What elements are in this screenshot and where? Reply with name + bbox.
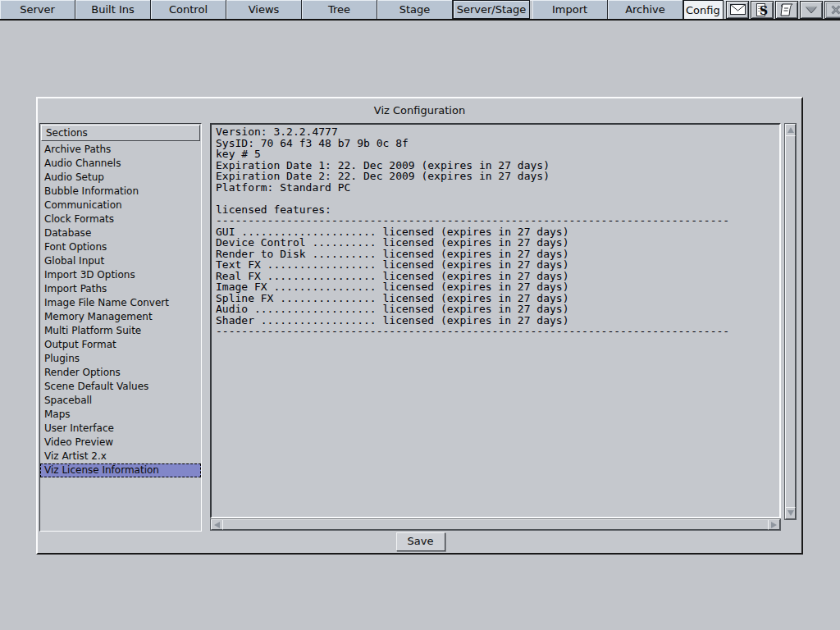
section-item-clock-formats[interactable]: Clock Formats <box>40 212 201 226</box>
arrow-right-icon <box>771 522 777 528</box>
mail-icon <box>730 4 746 15</box>
scroll-left-button[interactable] <box>211 519 223 530</box>
tab-config[interactable]: Config <box>683 0 724 19</box>
minimize-button[interactable] <box>800 1 823 19</box>
arrow-up-icon <box>788 127 794 133</box>
tab-server-stage[interactable]: Server/Stage <box>453 0 530 19</box>
license-text-area: Version: 3.2.2.4777 SysID: 70 64 f3 48 b… <box>210 123 781 518</box>
sections-list: Archive PathsAudio ChannelsAudio SetupBu… <box>40 143 201 477</box>
vertical-scrollbar-thumb[interactable] <box>785 135 796 508</box>
tab-control[interactable]: Control <box>151 0 226 19</box>
tab-tree[interactable]: Tree <box>302 0 377 19</box>
section-item-maps[interactable]: Maps <box>40 408 201 422</box>
section-item-multi-platform-suite[interactable]: Multi Platform Suite <box>40 324 201 338</box>
save-button[interactable]: Save <box>396 532 445 551</box>
arrow-left-icon <box>214 522 220 528</box>
tab-import[interactable]: Import <box>532 0 608 19</box>
license-info-panel: Version: 3.2.2.4777 SysID: 70 64 f3 48 b… <box>210 123 796 530</box>
tab-server[interactable]: Server <box>0 0 75 19</box>
section-item-output-format[interactable]: Output Format <box>40 338 201 352</box>
window-buttons: S <box>726 0 840 19</box>
section-item-database[interactable]: Database <box>40 226 201 240</box>
section-item-viz-license-information[interactable]: Viz License Information <box>40 463 201 477</box>
menu-tabs: ServerBuilt InsControlViewsTreeStageServ… <box>0 0 724 19</box>
mail-button[interactable] <box>726 1 749 19</box>
section-item-import-paths[interactable]: Import Paths <box>40 282 201 296</box>
horizontal-scrollbar[interactable] <box>210 518 781 531</box>
scroll-up-button[interactable] <box>785 124 796 136</box>
horizontal-scrollbar-thumb[interactable] <box>222 519 769 530</box>
scroll-down-button[interactable] <box>785 507 796 519</box>
viz-configuration-window: Viz Configuration Sections Archive Paths… <box>36 97 803 555</box>
section-item-image-file-name-convert[interactable]: Image File Name Convert <box>40 296 201 310</box>
window-title: Viz Configuration <box>38 104 801 116</box>
section-item-spaceball[interactable]: Spaceball <box>40 394 201 408</box>
tab-stage[interactable]: Stage <box>377 0 453 19</box>
scroll-icon <box>779 3 794 16</box>
section-item-audio-setup[interactable]: Audio Setup <box>40 171 201 185</box>
sections-panel: Sections Archive PathsAudio ChannelsAudi… <box>39 123 202 532</box>
section-item-render-options[interactable]: Render Options <box>40 366 201 380</box>
tab-archive[interactable]: Archive <box>608 0 683 19</box>
scroll-button[interactable] <box>775 1 798 19</box>
section-item-plugins[interactable]: Plugins <box>40 352 201 366</box>
section-item-viz-artist-2-x[interactable]: Viz Artist 2.x <box>40 450 201 463</box>
scroll-right-button[interactable] <box>768 519 780 530</box>
script-icon: S <box>755 3 769 16</box>
section-item-scene-default-values[interactable]: Scene Default Values <box>40 380 201 394</box>
close-button[interactable] <box>824 1 840 19</box>
vertical-scrollbar[interactable] <box>784 123 797 520</box>
tab-built-ins[interactable]: Built Ins <box>75 0 151 19</box>
arrow-down-icon <box>788 510 794 516</box>
section-item-global-input[interactable]: Global Input <box>40 254 201 268</box>
svg-text:S: S <box>760 4 768 16</box>
tab-views[interactable]: Views <box>226 0 302 19</box>
section-item-archive-paths[interactable]: Archive Paths <box>40 143 201 157</box>
license-text: Version: 3.2.2.4777 SysID: 70 64 f3 48 b… <box>212 125 779 339</box>
section-item-audio-channels[interactable]: Audio Channels <box>40 157 201 171</box>
section-item-memory-management[interactable]: Memory Management <box>40 310 201 324</box>
close-icon <box>830 5 840 15</box>
section-item-font-options[interactable]: Font Options <box>40 240 201 254</box>
section-item-video-preview[interactable]: Video Preview <box>40 436 201 450</box>
section-item-communication[interactable]: Communication <box>40 199 201 212</box>
section-item-import-3d-options[interactable]: Import 3D Options <box>40 268 201 282</box>
section-item-user-interface[interactable]: User Interface <box>40 422 201 436</box>
menu-bar: ServerBuilt InsControlViewsTreeStageServ… <box>0 0 840 21</box>
sections-header: Sections <box>41 125 200 141</box>
section-item-bubble-information[interactable]: Bubble Information <box>40 185 201 199</box>
minimize-icon <box>804 5 819 15</box>
script-button[interactable]: S <box>751 1 774 19</box>
